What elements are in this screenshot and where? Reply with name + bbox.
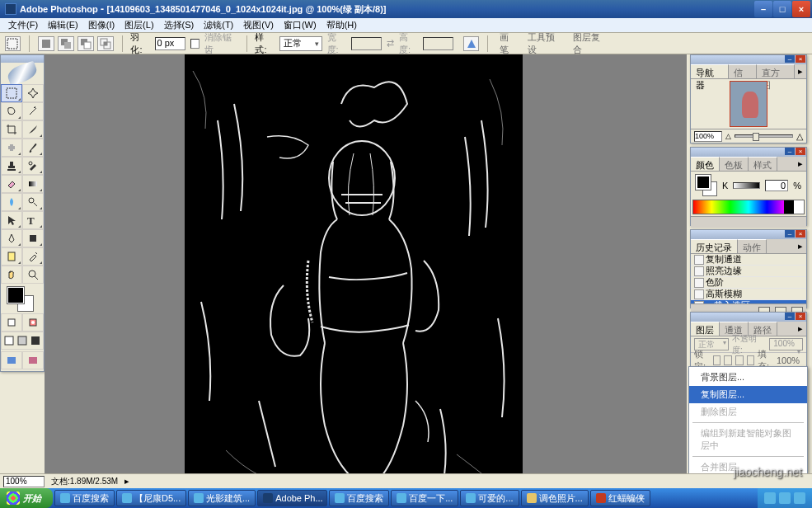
selection-intersect-icon[interactable] [97, 36, 114, 51]
antialias-checkbox[interactable] [190, 39, 199, 49]
crop-tool[interactable] [1, 120, 22, 139]
menu-file[interactable]: 文件(F) [3, 18, 43, 32]
document-canvas[interactable] [185, 54, 523, 483]
task-item[interactable]: 红蝠蝙侠 [590, 490, 650, 506]
slice-tool[interactable] [22, 120, 44, 139]
selection-new-icon[interactable] [38, 36, 54, 51]
task-item[interactable]: Adobe Ph... [257, 490, 327, 506]
wand-tool[interactable] [22, 102, 44, 120]
history-item[interactable]: ▸ 载入选区 [691, 300, 806, 303]
task-item[interactable]: 调色照片... [521, 490, 589, 506]
zoom-in-icon[interactable]: △ [796, 131, 803, 142]
style-dropdown[interactable]: 正常 [279, 36, 322, 51]
history-item[interactable]: 照亮边缘 [691, 266, 806, 277]
lock-all-icon[interactable] [747, 355, 755, 365]
maximize-button[interactable]: □ [773, 1, 791, 17]
canvas-area[interactable] [45, 54, 687, 483]
opt-tab-layercomp[interactable]: 图层复合 [570, 30, 610, 58]
menu-help[interactable]: 帮助(H) [322, 18, 362, 32]
tray-icon[interactable] [764, 492, 776, 504]
menu-window[interactable]: 窗口(W) [279, 18, 322, 32]
tab-color[interactable]: 颜色 [691, 157, 720, 171]
task-item[interactable]: 百度一下... [391, 490, 458, 506]
panel-menu-icon[interactable]: ▸ [795, 64, 806, 78]
history-item[interactable]: 高斯模糊 [691, 289, 806, 300]
panel-close-icon[interactable]: × [796, 230, 805, 238]
panel-min-icon[interactable]: – [785, 313, 795, 320]
menu-edit[interactable]: 编辑(E) [43, 18, 83, 32]
history-item[interactable]: 色阶 [691, 277, 806, 289]
selection-subtract-icon[interactable] [77, 36, 94, 51]
fg-color-swatch[interactable] [7, 287, 24, 303]
menu-image[interactable]: 图像(I) [83, 18, 120, 32]
feather-input[interactable]: 0 px [155, 37, 185, 50]
start-button[interactable]: 开始 [0, 488, 53, 508]
ctx-delete[interactable]: 删除图层 [689, 403, 807, 421]
tab-layers[interactable]: 图层 [691, 322, 720, 336]
status-zoom-input[interactable]: 100% [3, 476, 45, 487]
tray-icon[interactable] [779, 492, 791, 504]
menu-view[interactable]: 视图(V) [238, 18, 279, 32]
system-tray[interactable] [758, 488, 812, 508]
color-swatches[interactable] [696, 175, 717, 196]
jump-to-imageready-icon[interactable] [22, 351, 44, 369]
opt-tab-preset[interactable]: 工具预设 [524, 30, 565, 58]
ctx-duplicate[interactable]: 复制图层... [689, 386, 807, 403]
menu-select[interactable]: 选择(S) [159, 18, 199, 32]
selection-add-icon[interactable] [58, 36, 74, 51]
gradient-tool[interactable] [22, 175, 44, 193]
lock-trans-icon[interactable] [713, 355, 721, 365]
nav-zoom-input[interactable] [694, 131, 722, 142]
notes-tool[interactable] [1, 247, 22, 266]
opacity-input[interactable]: 100% [769, 338, 803, 350]
panel-close-icon[interactable]: × [796, 55, 805, 63]
zoom-out-icon[interactable]: △ [725, 132, 731, 140]
panel-close-icon[interactable]: × [796, 148, 805, 155]
fill-input[interactable]: 100% [777, 355, 803, 365]
eraser-tool[interactable] [1, 175, 22, 193]
tab-styles[interactable]: 样式 [749, 157, 777, 171]
menu-filter[interactable]: 滤镜(T) [199, 18, 238, 32]
ctx-bglayer[interactable]: 背景图层... [689, 369, 807, 386]
stamp-tool[interactable] [1, 157, 22, 175]
type-tool[interactable]: T [22, 211, 44, 229]
tray-icon[interactable] [794, 492, 805, 504]
panel-menu-icon[interactable]: ▸ [795, 239, 806, 253]
minimize-button[interactable]: – [754, 1, 772, 17]
panel-min-icon[interactable]: – [785, 148, 795, 155]
tab-history[interactable]: 历史记录 [691, 239, 738, 253]
k-slider[interactable] [733, 182, 760, 189]
panel-menu-icon[interactable]: ▸ [795, 322, 806, 336]
spectrum-ramp[interactable] [692, 200, 805, 214]
task-item[interactable]: 可爱的... [460, 490, 519, 506]
move-tool[interactable] [22, 84, 44, 102]
quickmask-mode-icon[interactable] [22, 313, 44, 332]
marquee-tool[interactable] [1, 84, 22, 102]
task-item[interactable]: 百度搜索 [329, 490, 389, 506]
standard-mode-icon[interactable] [1, 313, 22, 332]
lasso-tool[interactable] [1, 102, 22, 120]
tab-info[interactable]: 信息 [729, 64, 758, 78]
zoom-slider[interactable] [735, 134, 793, 138]
blur-tool[interactable] [1, 193, 22, 211]
navigator-preview[interactable] [691, 79, 806, 129]
panel-menu-icon[interactable]: ▸ [795, 157, 806, 171]
eyedropper-tool[interactable] [22, 247, 44, 266]
zoom-tool[interactable] [22, 266, 44, 284]
shape-tool[interactable] [22, 229, 44, 247]
opt-tab-brush[interactable]: 画笔 [496, 30, 519, 58]
tab-histogram[interactable]: 直方图 [757, 64, 795, 78]
dodge-tool[interactable] [22, 193, 44, 211]
tab-swatches[interactable]: 色板 [720, 157, 749, 171]
panel-min-icon[interactable]: – [785, 230, 795, 238]
panel-min-icon[interactable]: – [785, 55, 795, 63]
screen-mode-icons[interactable] [1, 332, 44, 350]
close-button[interactable]: × [792, 1, 810, 17]
task-item[interactable]: 光影建筑... [188, 490, 256, 506]
task-item[interactable]: 【尼康D5... [116, 490, 186, 506]
tab-navigator[interactable]: 导航器 [691, 64, 729, 78]
path-select-tool[interactable] [1, 211, 22, 229]
panel-close-icon[interactable]: × [796, 313, 805, 320]
tab-actions[interactable]: 动作 [738, 239, 767, 253]
status-arrow-icon[interactable]: ▸ [124, 476, 129, 487]
